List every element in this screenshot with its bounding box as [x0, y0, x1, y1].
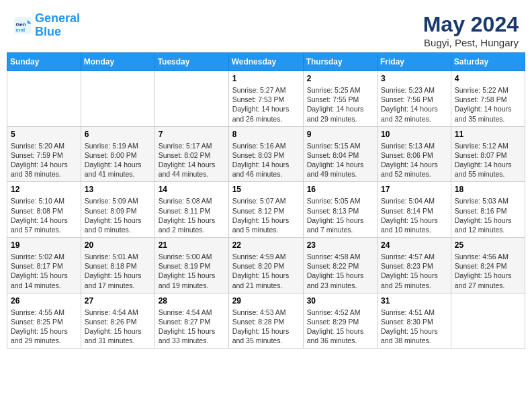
day-number: 12 — [11, 185, 77, 194]
day-info: Sunrise: 5:00 AMSunset: 8:19 PMDaylight:… — [159, 252, 225, 290]
day-number: 21 — [159, 240, 225, 250]
weekday-header-sunday: Sunday — [7, 53, 81, 71]
day-info: Sunrise: 4:58 AMSunset: 8:22 PMDaylight:… — [307, 252, 373, 290]
weekday-header-thursday: Thursday — [303, 53, 377, 71]
day-number: 1 — [232, 74, 300, 83]
week-row-3: 12Sunrise: 5:10 AMSunset: 8:08 PMDayligh… — [7, 182, 525, 238]
day-number: 19 — [11, 240, 77, 250]
day-number: 4 — [455, 74, 521, 83]
day-info: Sunrise: 4:52 AMSunset: 8:29 PMDaylight:… — [307, 308, 373, 346]
week-row-2: 5Sunrise: 5:20 AMSunset: 7:59 PMDaylight… — [7, 126, 525, 182]
day-number: 23 — [307, 240, 373, 250]
day-info: Sunrise: 5:04 AMSunset: 8:14 PMDaylight:… — [381, 196, 447, 234]
day-number: 13 — [85, 185, 151, 194]
day-number: 14 — [159, 185, 225, 194]
day-number: 20 — [85, 240, 151, 250]
calendar-cell — [7, 71, 81, 127]
calendar-cell: 17Sunrise: 5:04 AMSunset: 8:14 PMDayligh… — [378, 182, 451, 238]
day-info: Sunrise: 4:56 AMSunset: 8:24 PMDaylight:… — [455, 252, 521, 290]
calendar-cell: 7Sunrise: 5:17 AMSunset: 8:02 PMDaylight… — [154, 126, 228, 182]
calendar-cell: 20Sunrise: 5:01 AMSunset: 8:18 PMDayligh… — [81, 238, 154, 293]
day-info: Sunrise: 4:51 AMSunset: 8:30 PMDaylight:… — [381, 308, 447, 346]
logo-icon: Gen eral — [13, 16, 32, 35]
day-number: 31 — [381, 296, 447, 306]
day-info: Sunrise: 5:19 AMSunset: 8:00 PMDaylight:… — [85, 141, 151, 179]
day-info: Sunrise: 5:09 AMSunset: 8:09 PMDaylight:… — [85, 196, 151, 234]
calendar-cell: 29Sunrise: 4:53 AMSunset: 8:28 PMDayligh… — [228, 293, 303, 349]
calendar-cell: 5Sunrise: 5:20 AMSunset: 7:59 PMDaylight… — [7, 126, 81, 182]
weekday-header-wednesday: Wednesday — [228, 53, 303, 71]
day-number: 29 — [232, 296, 300, 306]
day-info: Sunrise: 5:23 AMSunset: 7:56 PMDaylight:… — [381, 85, 447, 124]
day-info: Sunrise: 4:59 AMSunset: 8:20 PMDaylight:… — [232, 252, 300, 290]
day-number: 24 — [381, 240, 447, 250]
day-info: Sunrise: 5:03 AMSunset: 8:16 PMDaylight:… — [455, 196, 521, 234]
day-info: Sunrise: 5:01 AMSunset: 8:18 PMDaylight:… — [85, 252, 151, 290]
day-number: 3 — [381, 74, 447, 83]
day-info: Sunrise: 4:54 AMSunset: 8:26 PMDaylight:… — [85, 308, 151, 346]
day-info: Sunrise: 5:12 AMSunset: 8:07 PMDaylight:… — [455, 141, 521, 179]
svg-text:eral: eral — [16, 27, 26, 33]
calendar-cell: 28Sunrise: 4:54 AMSunset: 8:27 PMDayligh… — [154, 293, 228, 349]
day-info: Sunrise: 5:16 AMSunset: 8:03 PMDaylight:… — [232, 141, 300, 179]
calendar-cell: 27Sunrise: 4:54 AMSunset: 8:26 PMDayligh… — [81, 293, 154, 349]
day-number: 6 — [85, 130, 151, 139]
day-info: Sunrise: 5:27 AMSunset: 7:53 PMDaylight:… — [232, 85, 300, 124]
day-number: 27 — [85, 296, 151, 306]
day-info: Sunrise: 5:15 AMSunset: 8:04 PMDaylight:… — [307, 141, 373, 179]
calendar-cell: 25Sunrise: 4:56 AMSunset: 8:24 PMDayligh… — [451, 238, 525, 293]
calendar-table: SundayMondayTuesdayWednesdayThursdayFrid… — [7, 52, 525, 349]
calendar-cell: 18Sunrise: 5:03 AMSunset: 8:16 PMDayligh… — [451, 182, 525, 238]
day-number: 7 — [159, 130, 225, 139]
weekday-header-monday: Monday — [81, 53, 154, 71]
logo-text: General Blue — [35, 12, 80, 39]
logo: Gen eral General Blue — [13, 12, 80, 39]
month-title: May 2024 — [423, 12, 519, 37]
day-info: Sunrise: 5:25 AMSunset: 7:55 PMDaylight:… — [307, 85, 373, 124]
week-row-4: 19Sunrise: 5:02 AMSunset: 8:17 PMDayligh… — [7, 238, 525, 293]
week-row-5: 26Sunrise: 4:55 AMSunset: 8:25 PMDayligh… — [7, 293, 525, 349]
calendar-cell: 21Sunrise: 5:00 AMSunset: 8:19 PMDayligh… — [154, 238, 228, 293]
calendar-cell: 15Sunrise: 5:07 AMSunset: 8:12 PMDayligh… — [228, 182, 303, 238]
calendar-cell — [81, 71, 154, 127]
calendar-cell: 22Sunrise: 4:59 AMSunset: 8:20 PMDayligh… — [228, 238, 303, 293]
day-info: Sunrise: 4:54 AMSunset: 8:27 PMDaylight:… — [159, 308, 225, 346]
page-header: Gen eral General Blue May 2024 Bugyi, Pe… — [7, 7, 525, 52]
day-number: 28 — [159, 296, 225, 306]
day-info: Sunrise: 5:07 AMSunset: 8:12 PMDaylight:… — [232, 196, 300, 234]
calendar-cell: 16Sunrise: 5:05 AMSunset: 8:13 PMDayligh… — [303, 182, 377, 238]
calendar-cell: 12Sunrise: 5:10 AMSunset: 8:08 PMDayligh… — [7, 182, 81, 238]
calendar-cell: 2Sunrise: 5:25 AMSunset: 7:55 PMDaylight… — [303, 71, 377, 127]
day-number: 22 — [232, 240, 300, 250]
calendar-cell: 30Sunrise: 4:52 AMSunset: 8:29 PMDayligh… — [303, 293, 377, 349]
calendar-cell: 10Sunrise: 5:13 AMSunset: 8:06 PMDayligh… — [378, 126, 451, 182]
day-number: 25 — [455, 240, 521, 250]
weekday-header-tuesday: Tuesday — [154, 53, 228, 71]
day-info: Sunrise: 4:55 AMSunset: 8:25 PMDaylight:… — [11, 308, 77, 346]
week-row-1: 1Sunrise: 5:27 AMSunset: 7:53 PMDaylight… — [7, 71, 525, 127]
day-info: Sunrise: 5:20 AMSunset: 7:59 PMDaylight:… — [11, 141, 77, 179]
day-number: 30 — [307, 296, 373, 306]
day-number: 9 — [307, 130, 373, 139]
day-number: 18 — [455, 185, 521, 194]
location: Bugyi, Pest, Hungary — [423, 37, 519, 48]
weekday-header-row: SundayMondayTuesdayWednesdayThursdayFrid… — [7, 53, 525, 71]
weekday-header-saturday: Saturday — [451, 53, 525, 71]
calendar-cell: 26Sunrise: 4:55 AMSunset: 8:25 PMDayligh… — [7, 293, 81, 349]
day-info: Sunrise: 5:10 AMSunset: 8:08 PMDaylight:… — [11, 196, 77, 234]
calendar-cell: 31Sunrise: 4:51 AMSunset: 8:30 PMDayligh… — [378, 293, 451, 349]
calendar-cell: 8Sunrise: 5:16 AMSunset: 8:03 PMDaylight… — [228, 126, 303, 182]
calendar-cell — [154, 71, 228, 127]
day-info: Sunrise: 5:02 AMSunset: 8:17 PMDaylight:… — [11, 252, 77, 290]
day-info: Sunrise: 5:17 AMSunset: 8:02 PMDaylight:… — [159, 141, 225, 179]
calendar-cell: 4Sunrise: 5:22 AMSunset: 7:58 PMDaylight… — [451, 71, 525, 127]
day-number: 16 — [307, 185, 373, 194]
day-info: Sunrise: 4:57 AMSunset: 8:23 PMDaylight:… — [381, 252, 447, 290]
calendar-cell: 11Sunrise: 5:12 AMSunset: 8:07 PMDayligh… — [451, 126, 525, 182]
day-number: 17 — [381, 185, 447, 194]
day-number: 2 — [307, 74, 373, 83]
calendar-cell: 23Sunrise: 4:58 AMSunset: 8:22 PMDayligh… — [303, 238, 377, 293]
calendar-cell: 9Sunrise: 5:15 AMSunset: 8:04 PMDaylight… — [303, 126, 377, 182]
weekday-header-friday: Friday — [378, 53, 451, 71]
day-number: 8 — [232, 130, 300, 139]
